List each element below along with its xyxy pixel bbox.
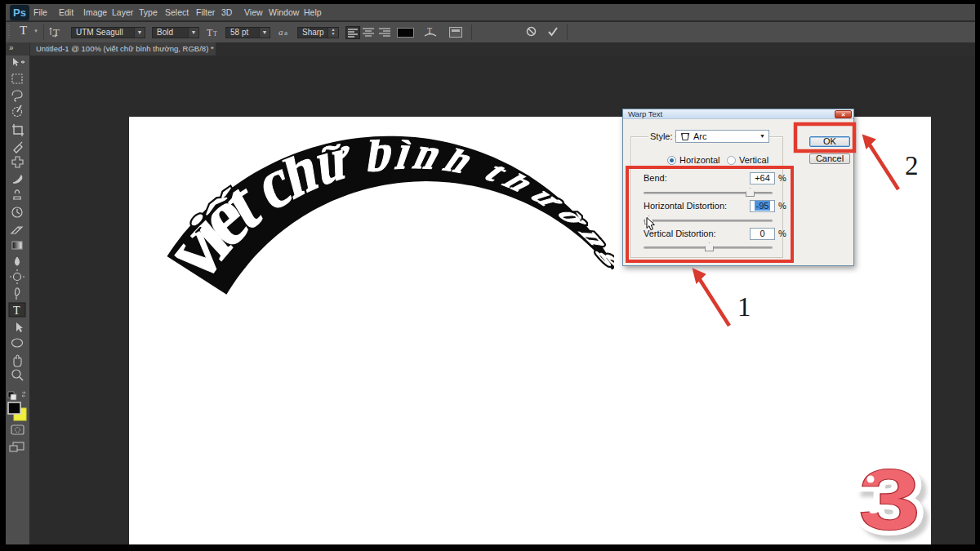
- svg-text:T: T: [53, 26, 60, 38]
- svg-text:T: T: [213, 30, 217, 38]
- svg-text:T: T: [207, 27, 213, 38]
- svg-text:a: a: [284, 29, 287, 37]
- svg-text:a: a: [278, 27, 283, 37]
- svg-text:T: T: [13, 304, 20, 317]
